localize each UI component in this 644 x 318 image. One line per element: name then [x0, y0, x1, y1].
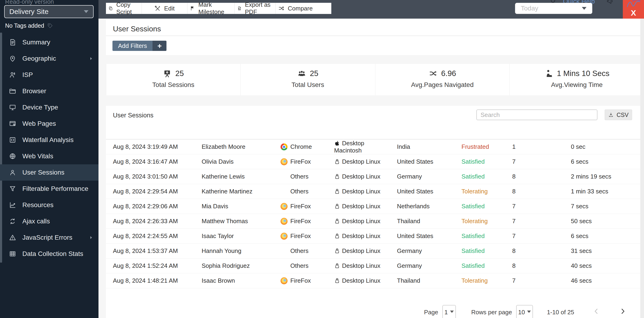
- sidebar-item-waterfall-analysis[interactable]: Waterfall Analysis: [0, 132, 98, 148]
- toolbar-button[interactable]: Compare: [276, 3, 315, 14]
- cell-user-experience: Satisfied: [462, 232, 512, 240]
- table-row[interactable]: Aug 8, 2024 2:29:06 AM Mia Davis FireFox…: [106, 199, 644, 214]
- sidebar-item-resources[interactable]: Resources: [0, 197, 98, 213]
- stat-value: 25: [175, 69, 184, 78]
- sidebar-item-ajax-calls[interactable]: Ajax calls: [0, 213, 98, 229]
- rows-per-page-value: 10: [518, 309, 525, 316]
- rows-per-page-select[interactable]: 10: [516, 305, 533, 318]
- chevron-down-icon: [450, 311, 454, 313]
- stat-card: 1 Mins 10 Secs Avg.Viewing Time: [510, 64, 644, 95]
- close-button[interactable]: X: [623, 0, 644, 19]
- sidebar-item-filterable-performance[interactable]: Filterable Performance: [0, 181, 98, 197]
- table-body: Aug 8, 2024 3:19:49 AM Elizabeth Moore C…: [106, 140, 644, 288]
- cell-device: Desktop Linux: [334, 277, 397, 284]
- cell-country: Netherlands: [397, 203, 462, 210]
- cell-pages-navigated: 8: [512, 188, 571, 195]
- sidebar-item-summary[interactable]: Summary: [0, 34, 98, 50]
- sidebar-item-label: Browser: [22, 87, 46, 95]
- table-row[interactable]: Aug 8, 2024 1:48:21 AM Isaac Brown FireF…: [106, 273, 644, 288]
- device-line1: Desktop Linux: [342, 158, 380, 165]
- chevron-right-icon: [88, 235, 94, 240]
- linux-icon: [334, 248, 340, 254]
- search-input[interactable]: [476, 110, 598, 120]
- webpage-window-icon: [9, 120, 16, 127]
- toolbar-button[interactable]: Mark Milestone: [188, 3, 235, 14]
- sidebar-item-data-collection-stats[interactable]: Data Collection Stats: [0, 246, 98, 262]
- cell-user-name: Sophia Rodriguez: [202, 262, 280, 269]
- browser-name: FireFox: [290, 158, 311, 165]
- divider: [106, 35, 644, 36]
- sidebar-item-device-type[interactable]: Device Type: [0, 99, 98, 116]
- stat-card: 6.96 Avg.Pages Navigated: [375, 64, 510, 95]
- table-row[interactable]: Aug 8, 2024 3:16:47 AM Olivia Davis Fire…: [106, 154, 644, 169]
- cell-pages-navigated: 1: [512, 143, 571, 151]
- device-line1: Desktop Linux: [342, 188, 380, 195]
- linux-icon: [334, 278, 340, 284]
- toolbar: Copy Script Edit Mark Milestone Export a…: [106, 3, 331, 14]
- download-icon: [608, 112, 614, 118]
- chrome-icon: [280, 144, 288, 151]
- chevron-down-icon: [527, 311, 531, 313]
- megaphone-icon[interactable]: [606, 0, 614, 5]
- table-row[interactable]: Aug 8, 2024 1:52:24 AM Sophia Rodriguez …: [106, 259, 644, 273]
- site-selector[interactable]: Delivery Site: [4, 5, 94, 18]
- cell-country: United States: [397, 188, 462, 195]
- sidebar-item-isp[interactable]: ISP: [0, 67, 98, 83]
- toolbar-button[interactable]: Copy Script: [106, 3, 142, 14]
- sidebar-item-web-vitals[interactable]: Web Vitals: [0, 148, 98, 164]
- table-row[interactable]: Aug 8, 2024 2:24:55 AM Isaac Taylor Fire…: [106, 229, 644, 244]
- cell-user-name: Isaac Brown: [202, 277, 280, 284]
- cell-country: India: [397, 143, 462, 151]
- stat-label: Total Users: [292, 81, 324, 89]
- sidebar-item-user-sessions[interactable]: User Sessions: [0, 164, 98, 181]
- cell-pages-navigated: 7: [512, 158, 571, 165]
- sidebar-item-label: Resources: [22, 201, 54, 209]
- cell-viewing-time: 50 secs: [571, 218, 644, 225]
- table-grid-icon: [9, 250, 16, 258]
- table-row[interactable]: Aug 8, 2024 3:01:50 AM Katherine Lewis O…: [106, 169, 644, 184]
- sidebar-item-label: JavaScript Errors: [22, 234, 72, 241]
- table-row[interactable]: Aug 8, 2024 3:19:49 AM Elizabeth Moore C…: [106, 140, 644, 154]
- cell-viewing-time: 0 sec: [571, 143, 644, 151]
- cell-country: Thailand: [397, 277, 462, 284]
- cell-browser: FireFox: [280, 158, 334, 165]
- cell-start-time: Aug 8, 2024 2:24:55 AM: [113, 232, 202, 240]
- cell-pages-navigated: 8: [512, 247, 571, 255]
- cell-user-name: Mia Davis: [202, 203, 280, 210]
- toolbar-button[interactable]: Edit: [142, 3, 188, 14]
- sidebar-item-javascript-errors[interactable]: JavaScript Errors: [0, 229, 98, 246]
- device-line2: Macintosh: [334, 147, 362, 154]
- table-row[interactable]: Aug 8, 2024 2:26:33 AM Matthew Thomas Fi…: [106, 214, 644, 229]
- cell-start-time: Aug 8, 2024 1:53:37 AM: [113, 247, 202, 255]
- device-line1: Desktop Linux: [342, 262, 380, 269]
- shuffle-icon: [429, 69, 438, 78]
- refresh-icon: [9, 218, 16, 225]
- linux-icon: [334, 263, 340, 269]
- sidebar-item-geographic[interactable]: Geographic: [0, 50, 98, 67]
- add-filters-button[interactable]: Add Filters +: [112, 41, 166, 51]
- cell-user-experience: Tolerating: [462, 188, 512, 195]
- toolbar-button-label: Edit: [164, 5, 174, 12]
- cell-browser: Others: [280, 262, 334, 269]
- cell-device: Desktop Linux: [334, 158, 397, 165]
- page-scrollbar[interactable]: [640, 19, 644, 318]
- cell-pages-navigated: 7: [512, 218, 571, 225]
- page-number-select[interactable]: 1: [442, 305, 456, 318]
- table-row[interactable]: Aug 8, 2024 2:29:54 AM Katherine Martine…: [106, 184, 644, 199]
- cell-start-time: Aug 8, 2024 3:19:49 AM: [113, 143, 202, 151]
- table-row[interactable]: Aug 8, 2024 1:53:37 AM Hannah Young Othe…: [106, 244, 644, 259]
- next-page-button[interactable]: [619, 308, 626, 315]
- browser-name: FireFox: [290, 218, 311, 225]
- csv-export-button[interactable]: CSV: [605, 110, 632, 120]
- browser-name: Chrome: [290, 143, 312, 151]
- cell-country: United States: [397, 232, 462, 240]
- sidebar-item-web-pages[interactable]: Web Pages: [0, 116, 98, 132]
- toolbar-button[interactable]: Export as PDF: [235, 3, 276, 14]
- date-range-select[interactable]: Today: [515, 3, 592, 14]
- edit-tools-icon: [154, 5, 161, 12]
- warning-icon: [9, 234, 16, 241]
- previous-page-button[interactable]: [593, 308, 600, 315]
- stats-band: 25 Total Sessions 25 Total Users 6.96 Av…: [106, 64, 644, 95]
- sidebar-item-browser[interactable]: Browser: [0, 83, 98, 99]
- cell-browser: FireFox: [280, 277, 334, 284]
